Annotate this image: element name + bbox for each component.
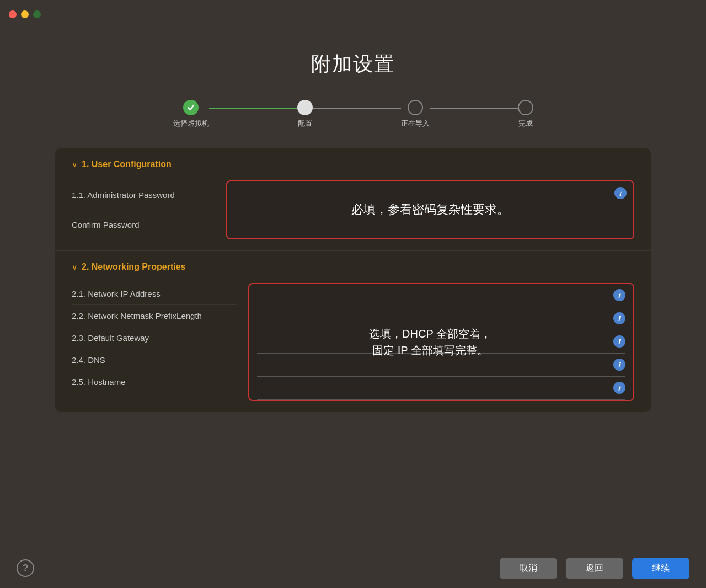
info-icon-admin[interactable]: i [614,187,627,199]
close-button[interactable] [9,10,17,18]
network-ip-label: 2.1. Network IP Address [72,283,237,305]
step-3: 正在导入 [401,100,430,129]
continue-button[interactable]: 继续 [632,558,689,579]
networking-section: ∨ 2. Networking Properties 2.1. Network … [55,251,651,412]
ip-input-row: i [257,284,625,307]
gateway-label: 2.3. Default Gateway [72,327,237,349]
step-line-3 [430,108,518,109]
user-config-inputs: 必填，参看密码复杂性要求。 i [226,180,634,239]
traffic-lights [9,10,41,18]
content-area: ∨ 1. User Configuration 1.1. Administrat… [55,148,651,412]
step-1: 选择虚拟机 [173,100,209,129]
info-icon-netmask[interactable]: i [613,312,625,324]
step-line-2 [313,108,401,109]
confirm-password-label: Confirm Password [72,215,215,235]
admin-password-info[interactable]: i [614,187,627,199]
step-4-circle [518,100,533,115]
info-icon-hostname[interactable]: i [613,382,625,394]
networking-form: 2.1. Network IP Address 2.2. Network Net… [72,283,634,401]
bottom-bar: ? 取消 返回 继续 [0,548,706,588]
steps-container: 选择虚拟机 配置 正在导入 完成 [0,100,706,129]
step-1-circle [183,100,199,115]
user-config-chevron: ∨ [72,160,77,169]
netmask-input[interactable] [257,312,609,325]
netmask-input-row: i [257,307,625,330]
netmask-label: 2.2. Network Netmask PrefixLength [72,305,237,327]
step-2-circle [297,100,313,115]
hostname-input[interactable] [257,381,609,394]
step-2: 配置 [297,100,313,129]
admin-password-label: 1.1. Administrator Password [72,185,215,205]
user-config-header[interactable]: ∨ 1. User Configuration [72,159,634,169]
hostname-input-row: i [257,377,625,400]
step-4-label: 完成 [518,119,533,129]
dns-input[interactable] [257,358,609,371]
back-button[interactable]: 返回 [566,558,623,579]
ip-input[interactable] [257,288,609,302]
help-button[interactable]: ? [17,559,34,577]
dns-input-row: i [257,354,625,377]
dns-label: 2.4. DNS [72,349,237,371]
networking-inputs: i i i i [248,283,634,401]
step-1-label: 选择虚拟机 [173,119,209,129]
step-3-circle [408,100,423,115]
maximize-button[interactable] [33,10,41,18]
info-icon-gateway[interactable]: i [613,335,625,348]
networking-labels: 2.1. Network IP Address 2.2. Network Net… [72,283,237,401]
minimize-button[interactable] [21,10,29,18]
step-line-1 [209,108,297,109]
networking-header[interactable]: ∨ 2. Networking Properties [72,262,634,272]
gateway-input-row: i [257,330,625,354]
step-4: 完成 [518,100,533,129]
page-title: 附加设置 [311,51,395,78]
step-2-label: 配置 [298,119,312,129]
info-icon-dns[interactable]: i [613,359,625,371]
main-window: 附加设置 选择虚拟机 配置 正在导入 完成 [0,29,706,548]
hostname-label: 2.5. Hostname [72,371,237,393]
user-config-form: 1.1. Administrator Password Confirm Pass… [72,180,634,239]
networking-title: 2. Networking Properties [82,262,186,272]
user-config-hint: 必填，参看密码复杂性要求。 [351,193,509,227]
networking-chevron: ∨ [72,263,77,271]
user-config-title: 1. User Configuration [82,159,172,169]
title-bar [0,0,706,29]
cancel-button[interactable]: 取消 [500,558,557,579]
gateway-input[interactable] [257,335,609,348]
info-icon-ip[interactable]: i [613,289,625,301]
user-config-labels: 1.1. Administrator Password Confirm Pass… [72,180,215,239]
user-config-section: ∨ 1. User Configuration 1.1. Administrat… [55,148,651,251]
step-3-label: 正在导入 [401,119,430,129]
